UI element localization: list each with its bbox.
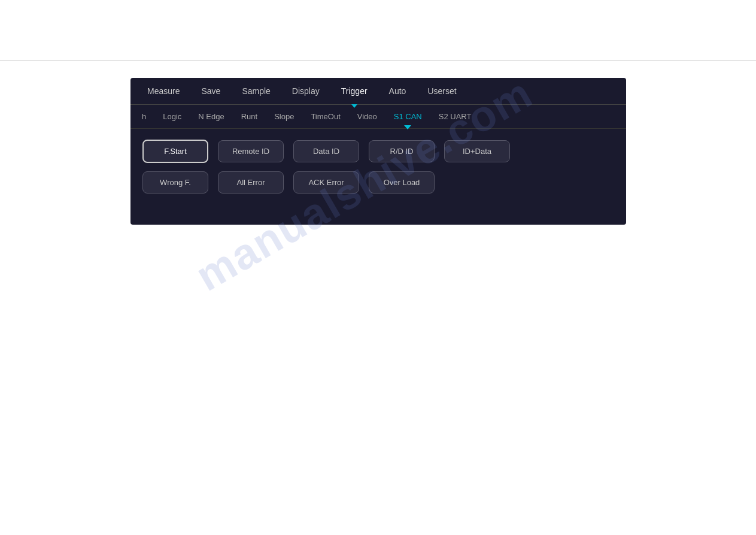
button-row-1: F.Start Remote ID Data ID R/D ID ID+Data	[142, 140, 614, 163]
all-error-button[interactable]: All Error	[218, 171, 284, 194]
sub-menu-item-logic[interactable]: Logic	[154, 105, 190, 128]
sub-menu-item-timeout[interactable]: TimeOut	[302, 105, 348, 128]
data-id-button[interactable]: Data ID	[293, 140, 359, 162]
remote-id-button[interactable]: Remote ID	[218, 140, 284, 162]
menu-item-sample[interactable]: Sample	[231, 78, 281, 104]
sub-menu-item-video[interactable]: Video	[349, 105, 385, 128]
sub-menu-item-slope[interactable]: Slope	[266, 105, 302, 128]
buttons-area: F.Start Remote ID Data ID R/D ID ID+Data…	[130, 129, 626, 204]
sub-menu-item-nedge[interactable]: N Edge	[190, 105, 232, 128]
sub-menu-bar: h Logic N Edge Runt Slope TimeOut Video …	[130, 105, 626, 129]
fstart-button[interactable]: F.Start	[142, 140, 208, 163]
menu-item-trigger[interactable]: Trigger	[330, 78, 378, 104]
button-row-2: Wrong F. All Error ACK Error Over Load	[142, 171, 614, 194]
horizontal-divider	[0, 60, 756, 61]
sub-menu-item-runt[interactable]: Runt	[233, 105, 266, 128]
sub-menu-item-h[interactable]: h	[133, 105, 154, 128]
sub-menu-item-s1can[interactable]: S1 CAN	[385, 105, 430, 128]
rd-id-button[interactable]: R/D ID	[369, 140, 435, 162]
id-data-button[interactable]: ID+Data	[444, 140, 510, 162]
over-load-button[interactable]: Over Load	[369, 171, 435, 194]
menu-item-save[interactable]: Save	[190, 78, 231, 104]
menu-item-auto[interactable]: Auto	[378, 78, 417, 104]
menu-item-userset[interactable]: Userset	[417, 78, 467, 104]
sub-menu-item-s2uart[interactable]: S2 UART	[430, 105, 480, 128]
ack-error-button[interactable]: ACK Error	[293, 171, 359, 194]
menu-item-display[interactable]: Display	[281, 78, 330, 104]
trigger-panel: Measure Save Sample Display Trigger Auto…	[130, 78, 626, 225]
main-menu-bar: Measure Save Sample Display Trigger Auto…	[130, 78, 626, 105]
menu-item-measure[interactable]: Measure	[136, 78, 190, 104]
wrong-f-button[interactable]: Wrong F.	[142, 171, 208, 194]
